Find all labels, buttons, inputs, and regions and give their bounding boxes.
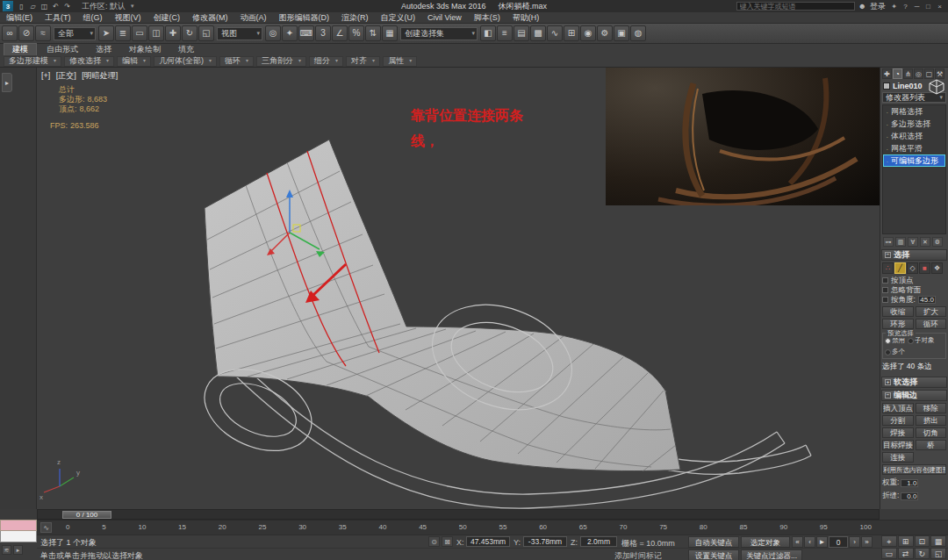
- open-file-icon[interactable]: ▱: [27, 1, 39, 11]
- ribbon-panel[interactable]: 对齐▾: [346, 56, 380, 67]
- ribbon-panel[interactable]: 修改选择▾: [64, 56, 114, 67]
- viewport-shading-menu[interactable]: [明暗处理]: [82, 71, 118, 80]
- menu-item[interactable]: 自定义(U): [375, 12, 422, 24]
- listener-expand-icon[interactable]: ▸: [13, 545, 23, 555]
- add-time-tag[interactable]: 添加时间标记: [614, 550, 662, 560]
- maximize-viewport-toggle-icon[interactable]: ◱: [930, 548, 946, 559]
- align-icon[interactable]: ≡: [497, 25, 513, 41]
- menu-item[interactable]: 动画(A): [234, 12, 273, 24]
- sign-in-button[interactable]: 登录: [870, 1, 886, 12]
- new-file-icon[interactable]: ▯: [16, 1, 27, 11]
- ribbon-panel[interactable]: 细分▾: [309, 56, 343, 67]
- edit-edges-button[interactable]: 分割: [882, 415, 914, 426]
- edit-named-selection-sets-icon[interactable]: ▦: [382, 25, 398, 41]
- mirror-icon[interactable]: ◧: [480, 25, 496, 41]
- zoom-extents-icon[interactable]: ⊡: [915, 535, 930, 547]
- modify-tab-icon[interactable]: ◔: [893, 68, 902, 79]
- viewport-view-menu[interactable]: [正交]: [56, 71, 76, 80]
- use-pivot-point-center-icon[interactable]: ◎: [265, 25, 281, 41]
- edit-edges-rollout-header[interactable]: − 编辑边: [881, 390, 947, 401]
- viewport[interactable]: x y z [+] [正交] [明暗处理] 总计 多边形:8,683 顶点:8,…: [37, 68, 880, 509]
- redo-icon[interactable]: ↷: [61, 1, 73, 11]
- go-to-start-icon[interactable]: «: [792, 536, 803, 548]
- edit-edges-button[interactable]: 桥: [916, 440, 947, 450]
- edit-edges-button[interactable]: 挤出: [916, 415, 947, 426]
- edit-edges-button[interactable]: 连接: [882, 452, 914, 463]
- menu-item[interactable]: 图形编辑器(D): [273, 12, 336, 24]
- menu-item[interactable]: 修改器(M): [186, 12, 234, 24]
- menu-item[interactable]: 编辑(E): [0, 12, 39, 24]
- modifier-stack-row[interactable]: ∙可编辑多边形: [883, 154, 945, 167]
- create-tab-icon[interactable]: ✚: [882, 68, 892, 79]
- ribbon-panel[interactable]: 多边形建模▾: [4, 56, 61, 67]
- next-frame-icon[interactable]: ›: [849, 536, 860, 548]
- ribbon-panel[interactable]: 循环▾: [219, 56, 254, 67]
- pin-stack-icon[interactable]: ⊶: [883, 237, 894, 247]
- menu-item[interactable]: Civil View: [421, 13, 468, 22]
- play-icon[interactable]: ►: [816, 536, 828, 548]
- time-slider-track[interactable]: 0 / 100: [37, 509, 880, 520]
- object-name-field[interactable]: Line010: [893, 82, 923, 90]
- object-color-swatch[interactable]: [883, 83, 890, 90]
- schematic-view-icon[interactable]: ⊞: [564, 25, 579, 41]
- help-icon[interactable]: ?: [901, 2, 910, 11]
- motion-tab-icon[interactable]: ◎: [914, 68, 923, 79]
- graphite-modeling-tools-icon[interactable]: ▩: [530, 25, 546, 41]
- macro-recorder-line[interactable]: [0, 520, 37, 531]
- menu-item[interactable]: 视图(V): [109, 12, 147, 24]
- grow-button[interactable]: 扩大: [916, 306, 947, 317]
- menu-item[interactable]: 组(G): [77, 12, 109, 24]
- select-and-move-icon[interactable]: ✚: [165, 25, 181, 41]
- field-of-view-icon[interactable]: ▭: [881, 548, 897, 559]
- layer-manager-icon[interactable]: ▤: [514, 25, 529, 41]
- snap-toggle-3d-icon[interactable]: 3: [315, 25, 331, 41]
- ribbon-panel[interactable]: 三角剖分▾: [256, 56, 306, 67]
- rectangular-selection-region-icon[interactable]: ▭: [132, 25, 147, 41]
- window-crossing-icon[interactable]: ◫: [148, 25, 164, 41]
- render-production-icon[interactable]: ◍: [630, 25, 646, 41]
- orbit-icon[interactable]: ↻: [915, 548, 930, 559]
- ring-button[interactable]: 环形: [882, 319, 914, 329]
- ribbon-tab[interactable]: 自由形式: [39, 44, 86, 55]
- mini-curve-editor-button[interactable]: ∿: [40, 522, 52, 533]
- workspace-select[interactable]: 工作区: 默认▾: [78, 1, 138, 12]
- spinner-snap-icon[interactable]: ⇅: [365, 25, 381, 41]
- curve-editor-icon[interactable]: ∿: [547, 25, 563, 41]
- listener-line[interactable]: [0, 531, 37, 542]
- maxscript-icon[interactable]: ≋: [2, 545, 11, 555]
- rendered-frame-window-icon[interactable]: ▣: [614, 25, 629, 41]
- save-icon[interactable]: ◫: [39, 1, 50, 11]
- keyboard-shortcut-override-icon[interactable]: ⌨: [298, 25, 314, 41]
- isolate-selection-icon[interactable]: ⊙: [428, 536, 440, 547]
- vertex-mode-icon[interactable]: ∴: [882, 262, 894, 274]
- preview-option[interactable]: 多个: [885, 348, 905, 356]
- border-mode-icon[interactable]: ◇: [907, 262, 918, 274]
- zoom-icon[interactable]: ⌖: [881, 535, 897, 547]
- select-object-icon[interactable]: ➤: [98, 25, 114, 41]
- unlink-selection-icon[interactable]: ⊘: [18, 25, 34, 41]
- viewport-layout-tabs-icon[interactable]: ▸: [2, 73, 12, 92]
- edit-edges-button[interactable]: 切角: [916, 427, 947, 438]
- bind-to-space-warp-icon[interactable]: ≈: [35, 25, 51, 41]
- show-end-result-icon[interactable]: ▥: [895, 237, 906, 247]
- y-coord-field[interactable]: -33.78mm: [523, 536, 567, 547]
- zoom-all-icon[interactable]: ⊞: [898, 535, 914, 547]
- menu-item[interactable]: 工具(T): [39, 12, 77, 24]
- modifier-stack-row[interactable]: ∙多边形选择: [883, 118, 945, 130]
- zoom-extents-all-icon[interactable]: ▦: [930, 535, 946, 547]
- menu-item[interactable]: 帮助(H): [506, 12, 546, 24]
- undo-icon[interactable]: ↶: [50, 1, 61, 11]
- edit-edges-button[interactable]: 移除: [916, 403, 947, 413]
- ribbon-panel[interactable]: 几何体(全部)▾: [154, 56, 217, 67]
- key-filters-button[interactable]: 关键点过滤器...: [741, 549, 802, 560]
- ribbon-tab[interactable]: 建模: [4, 43, 37, 55]
- percent-snap-icon[interactable]: %: [348, 25, 364, 41]
- auto-key-button[interactable]: 自动关键点: [688, 536, 739, 548]
- select-and-link-icon[interactable]: ∞: [2, 25, 18, 41]
- app-logo-icon[interactable]: 3: [3, 1, 13, 11]
- angle-snap-icon[interactable]: ∠: [332, 25, 348, 41]
- shrink-button[interactable]: 收缩: [882, 306, 914, 317]
- select-and-rotate-icon[interactable]: ↻: [182, 25, 198, 41]
- viewport-plus-menu[interactable]: [+]: [41, 71, 50, 80]
- select-and-manipulate-icon[interactable]: ✦: [282, 25, 298, 41]
